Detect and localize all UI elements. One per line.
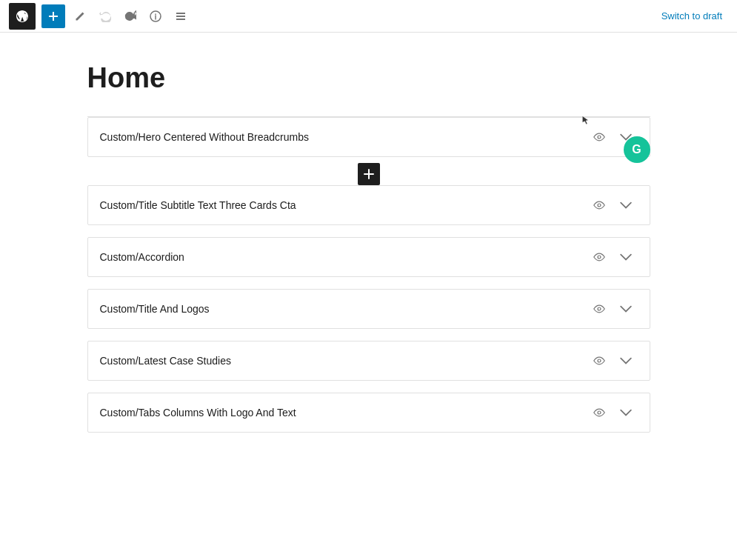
block-label: Custom/Title Subtitle Text Three Cards C… [100, 199, 587, 211]
svg-point-5 [598, 204, 601, 207]
grammarly-badge[interactable]: G [624, 136, 650, 163]
block-visibility-button[interactable] [587, 401, 611, 424]
block-header[interactable]: Custom/Accordion [88, 238, 650, 276]
toolbar: Switch to draft [0, 0, 737, 33]
block-actions [587, 349, 638, 373]
chevron-down-icon [620, 251, 632, 263]
eye-icon [593, 199, 605, 211]
svg-rect-2 [176, 16, 185, 17]
block-header[interactable]: Custom/Tabs Columns With Logo And Text [88, 393, 650, 432]
svg-point-7 [598, 307, 601, 310]
block-expand-button[interactable] [614, 297, 638, 321]
eye-icon [593, 251, 605, 263]
add-between-1 [87, 163, 650, 185]
block-item: Custom/Title Subtitle Text Three Cards C… [87, 185, 650, 225]
block-label: Custom/Title And Logos [100, 303, 587, 315]
page-title: Home [87, 62, 650, 94]
gap [87, 387, 650, 393]
block-expand-button[interactable] [614, 401, 638, 424]
plus-icon [364, 169, 374, 179]
content-area: Home G Custom/Hero Centered Without Brea… [73, 33, 665, 468]
edit-button[interactable] [68, 4, 92, 28]
info-button[interactable] [144, 4, 167, 28]
block-actions [587, 297, 638, 321]
block-visibility-button[interactable] [587, 193, 611, 217]
block-label: Custom/Hero Centered Without Breadcrumbs [100, 131, 587, 143]
undo-button[interactable] [93, 4, 117, 28]
block-item: Custom/Hero Centered Without Breadcrumbs [87, 117, 650, 157]
eye-icon [593, 407, 605, 419]
chevron-down-icon [620, 355, 632, 367]
block-label: Custom/Latest Case Studies [100, 355, 587, 367]
block-list: Custom/Hero Centered Without Breadcrumbs [87, 116, 650, 433]
block-header[interactable]: Custom/Title Subtitle Text Three Cards C… [88, 186, 650, 224]
svg-point-9 [598, 411, 601, 414]
chevron-down-icon [620, 199, 632, 211]
block-header[interactable]: Custom/Hero Centered Without Breadcrumbs [88, 118, 650, 156]
svg-rect-1 [176, 13, 185, 14]
wordpress-logo[interactable] [9, 3, 36, 30]
block-item: Custom/Latest Case Studies [87, 341, 650, 381]
block-visibility-button[interactable] [587, 349, 611, 373]
block-item: Custom/Accordion [87, 237, 650, 277]
gap [87, 231, 650, 237]
block-expand-button[interactable] [614, 245, 638, 269]
block-visibility-button[interactable] [587, 245, 611, 269]
svg-point-6 [598, 256, 601, 259]
gap [87, 335, 650, 341]
block-header[interactable]: Custom/Title And Logos [88, 290, 650, 328]
gap [87, 283, 650, 289]
list-view-button[interactable] [169, 4, 193, 28]
block-item: Custom/Tabs Columns With Logo And Text [87, 393, 650, 433]
add-block-button[interactable] [41, 4, 65, 28]
chevron-down-icon [620, 407, 632, 419]
add-block-between-button[interactable] [358, 163, 380, 185]
block-visibility-button[interactable] [587, 125, 611, 149]
grammarly-label: G [632, 143, 641, 156]
chevron-down-icon [620, 303, 632, 315]
svg-point-8 [598, 359, 601, 362]
redo-icon [124, 10, 136, 22]
block-visibility-button[interactable] [587, 297, 611, 321]
plus-icon [47, 10, 59, 22]
info-icon [150, 10, 161, 22]
block-expand-button[interactable] [614, 193, 638, 217]
eye-icon [593, 355, 605, 367]
eye-icon [593, 131, 605, 143]
block-actions [587, 401, 638, 424]
eye-icon [593, 303, 605, 315]
block-actions [587, 193, 638, 217]
block-label: Custom/Accordion [100, 251, 587, 263]
undo-icon [99, 10, 111, 22]
block-item: Custom/Title And Logos [87, 289, 650, 329]
wp-logo-icon [15, 9, 30, 24]
block-label: Custom/Tabs Columns With Logo And Text [100, 407, 587, 419]
switch-to-draft-button[interactable]: Switch to draft [656, 7, 728, 24]
svg-rect-3 [176, 19, 185, 20]
redo-button[interactable] [119, 4, 142, 28]
svg-point-4 [598, 136, 601, 139]
pencil-icon [74, 10, 86, 22]
block-header[interactable]: Custom/Latest Case Studies [88, 341, 650, 380]
block-actions [587, 245, 638, 269]
block-expand-button[interactable] [614, 349, 638, 373]
list-view-icon [175, 10, 187, 22]
